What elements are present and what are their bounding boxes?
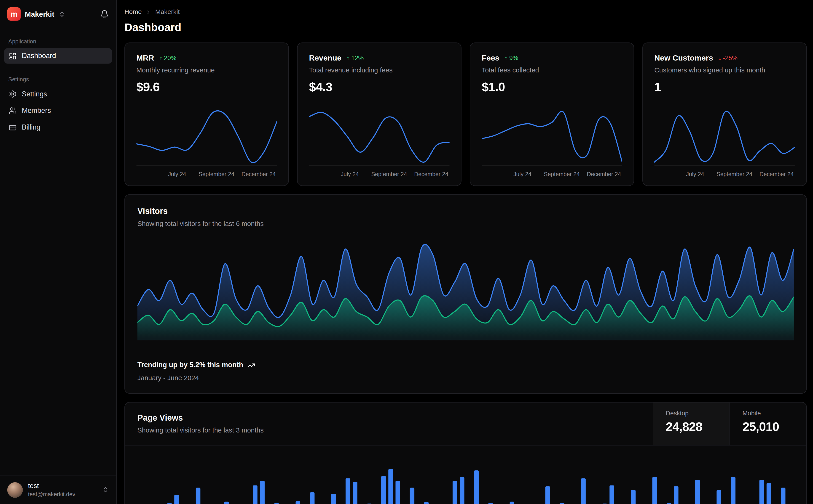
arrow-up-icon: ↑ — [159, 54, 162, 62]
sidebar-item-label: Members — [22, 106, 51, 115]
stat-title: New Customers — [654, 53, 713, 63]
sparkline-x-axis: July 24 September 24 December 24 — [482, 170, 622, 178]
mobile-value: 25,010 — [743, 420, 794, 434]
visitors-date-range: January - June 2024 — [137, 374, 794, 382]
page-title: Dashboard — [124, 21, 807, 34]
page-views-bar-chart — [137, 452, 794, 504]
user-name: test — [28, 482, 75, 490]
user-email: test@makerkit.dev — [28, 491, 75, 498]
stat-subtitle: Total fees collected — [482, 66, 622, 74]
desktop-value: 24,828 — [666, 420, 717, 434]
chevrons-up-down-icon — [58, 11, 65, 17]
desktop-label: Desktop — [666, 410, 717, 417]
user-avatar — [7, 482, 23, 498]
sparkline-x-axis: July 24 September 24 December 24 — [654, 170, 795, 178]
visitors-card: Visitors Showing total visitors for the … — [124, 194, 807, 394]
chevrons-up-down-icon — [102, 486, 109, 493]
workspace-selector[interactable]: m Makerkit — [7, 7, 65, 21]
makerkit-logo: m — [7, 7, 21, 21]
breadcrumb-current: Makerkit — [155, 8, 180, 16]
sidebar-header: m Makerkit — [0, 0, 116, 26]
mrr-sparkline-chart — [136, 109, 277, 167]
visitors-title: Visitors — [137, 206, 794, 216]
nav-section-application: Application — [8, 38, 108, 45]
sidebar-item-label: Dashboard — [22, 52, 56, 60]
members-icon — [9, 107, 17, 115]
stat-delta-badge: ↑20% — [159, 54, 176, 62]
user-menu[interactable]: test test@makerkit.dev — [0, 475, 116, 504]
sidebar-item-settings[interactable]: Settings — [4, 86, 112, 102]
stat-card-revenue: Revenue ↑12% Total revenue including fee… — [297, 42, 461, 186]
stat-title: Revenue — [309, 53, 341, 63]
page-views-card: Page Views Showing total visitors for th… — [124, 402, 807, 504]
user-info: test test@makerkit.dev — [28, 482, 75, 498]
trending-up-icon — [247, 361, 255, 369]
stat-delta-badge: ↑12% — [347, 54, 364, 62]
billing-icon — [9, 124, 17, 131]
page-views-subtitle: Showing total visitors for the last 3 mo… — [137, 427, 640, 435]
stat-value: $9.6 — [136, 80, 277, 95]
stat-title: Fees — [482, 53, 499, 63]
stat-value: $1.0 — [482, 80, 622, 95]
workspace-name: Makerkit — [25, 10, 54, 18]
chevron-right-icon — [145, 9, 151, 15]
stat-card-fees: Fees ↑9% Total fees collected $1.0 July … — [470, 42, 634, 186]
sidebar-item-members[interactable]: Members — [4, 103, 112, 119]
visitors-area-chart — [137, 241, 794, 340]
sidebar: m Makerkit Application Dashboard Setting… — [0, 0, 117, 504]
mobile-label: Mobile — [743, 410, 794, 417]
stat-title: MRR — [136, 53, 154, 63]
fees-sparkline-chart — [482, 109, 622, 167]
visitors-subtitle: Showing total visitors for the last 6 mo… — [137, 220, 794, 228]
visitors-footer: Trending up by 5.2% this month January -… — [137, 361, 794, 382]
stat-delta-badge: ↑9% — [504, 54, 518, 62]
arrow-up-icon: ↑ — [504, 54, 508, 62]
dashboard-icon — [9, 52, 17, 60]
sparkline-x-axis: July 24 September 24 December 24 — [136, 170, 277, 178]
stat-delta-badge: ↓-25% — [718, 54, 738, 62]
customers-sparkline-chart — [654, 109, 795, 167]
sidebar-item-billing[interactable]: Billing — [4, 120, 112, 135]
stat-cards-row: MRR ↑20% Monthly recurring revenue $9.6 … — [124, 42, 807, 186]
arrow-down-icon: ↓ — [718, 54, 722, 62]
stat-value: $4.3 — [309, 80, 449, 95]
arrow-up-icon: ↑ — [347, 54, 350, 62]
stat-card-mrr: MRR ↑20% Monthly recurring revenue $9.6 … — [124, 42, 289, 186]
sparkline-x-axis: July 24 September 24 December 24 — [309, 170, 449, 178]
page-views-header: Page Views Showing total visitors for th… — [125, 403, 806, 446]
visitors-trend-text: Trending up by 5.2% this month — [137, 361, 243, 370]
stat-subtitle: Monthly recurring revenue — [136, 66, 277, 74]
notifications-button[interactable] — [100, 10, 109, 19]
stat-card-new-customers: New Customers ↓-25% Customers who signed… — [643, 42, 807, 186]
revenue-sparkline-chart — [309, 109, 449, 167]
stat-value: 1 — [654, 80, 795, 95]
breadcrumb: Home Makerkit — [124, 8, 807, 16]
bell-icon — [100, 10, 109, 19]
nav-section-settings: Settings — [8, 76, 108, 83]
toggle-desktop[interactable]: Desktop 24,828 — [653, 403, 730, 445]
page-views-title: Page Views — [137, 413, 640, 423]
breadcrumb-home[interactable]: Home — [124, 8, 142, 16]
stat-subtitle: Total revenue including fees — [309, 66, 449, 74]
toggle-mobile[interactable]: Mobile 25,010 — [730, 403, 806, 445]
gear-icon — [9, 90, 17, 98]
sidebar-item-label: Billing — [22, 123, 40, 132]
stat-subtitle: Customers who signed up this month — [654, 66, 795, 74]
page-views-series-toggles: Desktop 24,828 Mobile 25,010 — [653, 403, 806, 445]
main-content: Home Makerkit Dashboard MRR ↑20% Monthly… — [117, 0, 813, 504]
sidebar-nav: Application Dashboard Settings Settings … — [0, 38, 116, 135]
sidebar-item-dashboard[interactable]: Dashboard — [4, 48, 112, 64]
logo-letter: m — [11, 9, 17, 19]
sidebar-item-label: Settings — [22, 90, 47, 98]
app-window: m Makerkit Application Dashboard Setting… — [0, 0, 813, 504]
